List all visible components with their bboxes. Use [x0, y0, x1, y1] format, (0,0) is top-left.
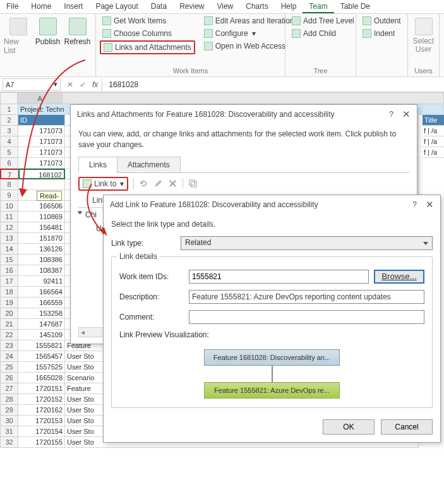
cell-a[interactable]: 1720153 [18, 416, 65, 426]
tab-table-de[interactable]: Table De [334, 0, 376, 13]
close-icon[interactable]: ✕ [426, 199, 434, 210]
cell-a[interactable]: 1555821 [18, 340, 65, 351]
get-work-items-button[interactable]: Get Work Items [100, 15, 195, 27]
cell-a[interactable]: 92411 [18, 276, 65, 287]
edit-icon[interactable] [153, 179, 163, 188]
row-header[interactable]: 23 [0, 340, 18, 351]
cell-a[interactable]: 153258 [18, 308, 65, 319]
cell-a[interactable]: ID [18, 115, 65, 126]
cell-a[interactable]: 166559 [18, 297, 65, 308]
row-header[interactable]: 13 [0, 233, 18, 244]
help-icon[interactable]: ? [412, 200, 417, 209]
outdent-button[interactable]: Outdent [360, 15, 404, 27]
cell-a[interactable]: 1665028 [18, 373, 65, 383]
tab-page-layout[interactable]: Page Layout [89, 0, 144, 13]
cell-a[interactable] [18, 179, 65, 190]
row-header[interactable]: 31 [0, 426, 18, 437]
cell-a[interactable]: 166564 [18, 287, 65, 297]
row-header[interactable]: 12 [0, 222, 18, 233]
delete-icon[interactable] [168, 179, 177, 188]
cell-a[interactable]: 171073 [18, 147, 65, 158]
tab-view[interactable]: View [210, 0, 239, 13]
cell-a[interactable]: 108386 [18, 255, 65, 265]
cell-a[interactable]: 1557525 [18, 362, 65, 373]
cell-a[interactable]: 1720151 [18, 383, 65, 394]
row-header[interactable]: 28 [0, 394, 18, 405]
row-header[interactable]: 17 [0, 276, 18, 287]
cell-a[interactable]: 136126 [18, 244, 65, 255]
col-header-A[interactable]: A [18, 92, 63, 104]
tab-review[interactable]: Review [173, 0, 210, 13]
row-header[interactable]: 29 [0, 405, 18, 416]
cell-a[interactable]: 1720152 [18, 394, 65, 405]
expand-icon[interactable] [78, 211, 83, 214]
indent-button[interactable]: Indent [360, 28, 404, 39]
row-header[interactable]: 9 [0, 190, 18, 201]
row-header[interactable]: 21 [0, 319, 18, 330]
row-header[interactable]: 14 [0, 244, 18, 255]
row-header[interactable]: 7 [0, 169, 18, 179]
fx-icon[interactable]: fx [92, 80, 98, 89]
cell-a[interactable]: 1720155 [18, 437, 65, 448]
cell-a[interactable]: 166506 [18, 201, 65, 212]
ok-button[interactable]: OK [323, 419, 375, 435]
attachments-tab[interactable]: Attachments [117, 157, 181, 173]
tab-charts[interactable]: Charts [239, 0, 274, 13]
link-to-button[interactable]: Link to▾ [78, 177, 128, 191]
help-icon[interactable]: ? [389, 110, 393, 119]
cell-a[interactable]: 156481 [18, 222, 65, 233]
select-all-corner[interactable] [0, 92, 18, 104]
row-header[interactable]: 27 [0, 383, 18, 394]
comment-input[interactable] [189, 310, 424, 324]
row-header[interactable]: 20 [0, 308, 18, 319]
row-header[interactable]: 2 [0, 115, 18, 126]
cell-a[interactable]: 171073 [18, 136, 65, 147]
row-header[interactable]: 11 [0, 212, 18, 222]
row-header[interactable]: 32 [0, 437, 18, 448]
tab-home[interactable]: Home [25, 0, 57, 13]
cell-a[interactable]: 1720154 [18, 426, 65, 437]
row-header[interactable]: 25 [0, 362, 18, 373]
row-header[interactable]: 16 [0, 265, 18, 276]
row-header[interactable]: 10 [0, 201, 18, 212]
close-icon[interactable]: ✕ [402, 109, 411, 120]
row-header[interactable]: 1 [0, 104, 18, 115]
tab-help[interactable]: Help [275, 0, 303, 13]
cell-a[interactable]: 168102 [18, 169, 65, 179]
linktype-select[interactable]: Related [181, 236, 433, 250]
row-header[interactable]: 4 [0, 136, 18, 147]
cancel-button[interactable]: Cancel [381, 419, 433, 435]
links-tab[interactable]: Links [78, 157, 117, 173]
formula-value[interactable]: 1681028 [102, 78, 196, 91]
cell-a[interactable]: 1720162 [18, 405, 65, 416]
cell-a[interactable]: 145109 [18, 330, 65, 340]
choose-columns-button[interactable]: Choose Columns [100, 28, 195, 39]
cell-a[interactable]: 171073 [18, 158, 65, 169]
name-box[interactable]: A7▾ [3, 78, 61, 91]
cell-a[interactable]: 110869 [18, 212, 65, 222]
publish-button[interactable]: Publish [33, 15, 62, 49]
links-attachments-button[interactable]: Links and Attachments [100, 40, 195, 54]
cell-a[interactable]: 151870 [18, 233, 65, 244]
refresh-button[interactable]: Refresh [63, 15, 92, 49]
row-header[interactable]: 8 [0, 179, 18, 190]
row-header[interactable]: 26 [0, 373, 18, 383]
open-link-icon[interactable] [188, 179, 198, 188]
work-item-ids-input[interactable] [189, 270, 369, 284]
row-header[interactable]: 30 [0, 416, 18, 426]
add-tree-level-button[interactable]: Add Tree Level [289, 15, 357, 27]
tab-team[interactable]: Team [303, 0, 333, 13]
row-header[interactable]: 6 [0, 158, 18, 169]
col-header-rest[interactable] [63, 92, 444, 104]
row-header[interactable]: 22 [0, 330, 18, 340]
cell-a[interactable]: 147687 [18, 319, 65, 330]
row-header[interactable]: 19 [0, 297, 18, 308]
row-header[interactable]: 15 [0, 255, 18, 265]
undo-icon[interactable] [139, 179, 148, 188]
cell-a[interactable]: 108387 [18, 265, 65, 276]
row-header[interactable]: 3 [0, 126, 18, 136]
add-child-button[interactable]: Add Child [289, 28, 357, 39]
tab-file[interactable]: File [0, 0, 25, 13]
tab-insert[interactable]: Insert [57, 0, 89, 13]
row-header[interactable]: 24 [0, 351, 18, 362]
